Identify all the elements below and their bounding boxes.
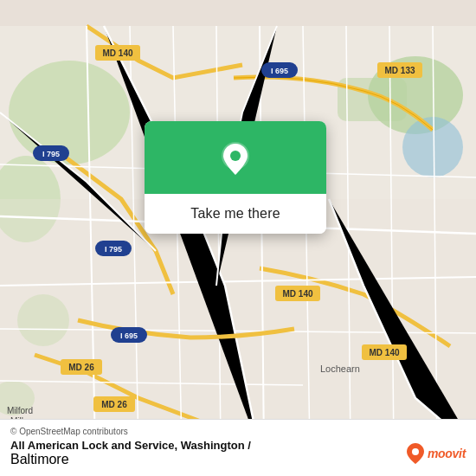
svg-rect-8 <box>0 199 476 450</box>
popup-card: Take me there <box>145 121 326 234</box>
place-info: All American Lock and Service, Washingto… <box>10 439 251 467</box>
svg-point-48 <box>230 151 241 161</box>
svg-text:I 795: I 795 <box>42 150 60 158</box>
svg-text:I 695: I 695 <box>271 67 288 75</box>
svg-text:MD 140: MD 140 <box>102 48 132 58</box>
bottom-row: All American Lock and Service, Washingto… <box>10 439 466 467</box>
svg-text:MD 140: MD 140 <box>282 289 312 299</box>
place-name: All American Lock and Service, Washingto… <box>10 439 251 452</box>
map-container: MD 140 I 695 MD 133 I 795 I 795 I 695 MD… <box>0 0 476 476</box>
svg-text:I 795: I 795 <box>105 245 122 254</box>
svg-point-4 <box>402 117 463 177</box>
place-name-line2: Baltimore <box>10 452 251 467</box>
svg-point-49 <box>412 448 419 455</box>
moovit-pin-icon <box>407 443 424 464</box>
svg-text:Milford: Milford <box>7 406 33 415</box>
svg-text:Lochearn: Lochearn <box>320 363 360 374</box>
take-me-there-button[interactable]: Take me there <box>145 194 326 234</box>
moovit-logo: moovit <box>407 443 466 464</box>
svg-point-1 <box>9 61 130 164</box>
svg-text:MD 26: MD 26 <box>68 363 94 372</box>
location-pin-icon <box>216 140 254 178</box>
svg-text:MD 140: MD 140 <box>369 348 399 357</box>
bottom-bar: © OpenStreetMap contributors All America… <box>0 419 476 476</box>
svg-text:MD 26: MD 26 <box>101 400 127 409</box>
popup-header <box>145 121 326 194</box>
copyright-text: © OpenStreetMap contributors <box>10 427 466 436</box>
svg-text:MD 133: MD 133 <box>384 66 415 75</box>
svg-text:I 695: I 695 <box>120 331 138 340</box>
moovit-text: moovit <box>428 447 466 460</box>
map-background: MD 140 I 695 MD 133 I 795 I 795 I 695 MD… <box>0 0 476 476</box>
svg-rect-7 <box>338 78 407 121</box>
